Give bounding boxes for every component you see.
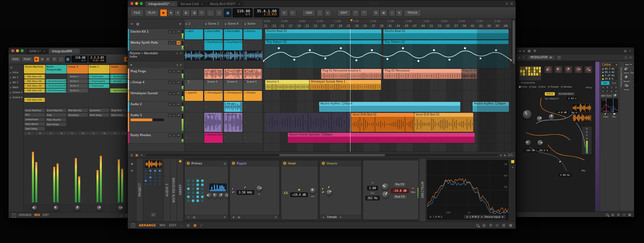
mute-button[interactable]: M xyxy=(177,41,180,45)
clip-slot[interactable] xyxy=(204,102,223,112)
clip-slot[interactable]: Vocal C xyxy=(204,113,223,132)
browser-icon[interactable]: ▤ xyxy=(611,213,614,216)
vowels-device[interactable]: Vowels ◂ Female ▸ xyxy=(320,160,361,220)
steps-icon[interactable]: ▤ xyxy=(193,216,196,219)
grid-module[interactable] xyxy=(574,66,583,74)
clip-slot[interactable]: ElectroBt0 xyxy=(224,29,243,40)
close-button[interactable] xyxy=(11,49,14,52)
record-arm-button[interactable]: ◎ xyxy=(168,133,172,137)
follow-playhead-icon[interactable]: ⇤ xyxy=(289,9,297,16)
clip-slot[interactable] xyxy=(243,40,263,51)
view-edit-button[interactable]: EDIT xyxy=(43,214,49,217)
preset-letter[interactable]: H xyxy=(614,90,618,93)
grid-icon[interactable]: ▦ xyxy=(136,22,139,26)
device-parameter-panel[interactable]: Polymer » WavetableIndex+× xyxy=(128,51,184,61)
arranger-clip[interactable]: Plug 01 Pe xyxy=(461,69,477,79)
mix-knob[interactable] xyxy=(412,187,414,189)
clip-slot[interactable]: Plug01 Percu xyxy=(204,69,223,79)
document-tab[interactable]: Integrated51*× xyxy=(145,1,177,7)
play-menu-button[interactable]: PLAY xyxy=(145,9,159,16)
list-icon[interactable]: ▤ xyxy=(238,216,240,219)
wave-option-sine[interactable]: Sine xyxy=(538,86,546,88)
arranger-clip[interactable]: Vocal Drift Bed 02 xyxy=(351,113,414,132)
track-name[interactable]: Drum Machine xyxy=(24,65,45,74)
scene-header[interactable]: ▶2 xyxy=(184,19,204,29)
pan-knob[interactable] xyxy=(75,206,80,210)
preset-letter[interactable]: B xyxy=(605,86,609,89)
preset-letter[interactable]: G xyxy=(610,90,614,93)
device-chip[interactable]: Dark Delay xyxy=(24,126,45,131)
add-button[interactable]: ADD xyxy=(302,9,315,16)
lfo-rate-value[interactable]: 1.00 xyxy=(367,186,378,190)
loop-icon[interactable]: ↻ xyxy=(198,9,205,16)
wave-thumbnail[interactable] xyxy=(184,51,204,61)
device-power-icon[interactable] xyxy=(283,162,286,165)
launcher-toggle-icon[interactable]: ≣ xyxy=(130,153,133,157)
device-parameter[interactable]: 82.7 Hz xyxy=(601,67,618,71)
clock-icon[interactable]: ◷ xyxy=(623,213,625,216)
launcher-clip[interactable]: PolyPatter02 xyxy=(204,40,223,50)
wave-option-pulse[interactable]: Pulse xyxy=(519,86,527,88)
launcher-clip[interactable]: ayanS1 xyxy=(185,91,203,101)
forward-icon[interactable]: ▸ xyxy=(523,49,525,53)
tab-close-icon[interactable]: × xyxy=(75,50,77,53)
wave-thumbnail[interactable] xyxy=(224,51,243,61)
track-name[interactable]: Berlin Firework4B1 xyxy=(46,65,67,74)
track-button[interactable]: TRACK xyxy=(404,9,421,16)
prev-icon[interactable]: ◂ xyxy=(322,216,324,219)
minimize-button[interactable] xyxy=(16,49,19,52)
clip-slot[interactable] xyxy=(184,113,204,132)
launcher-clip[interactable]: Scene 4 xyxy=(224,80,242,90)
close-button[interactable] xyxy=(130,2,133,5)
launcher-clip[interactable]: Scene 5 xyxy=(244,80,262,90)
clip-slot[interactable] xyxy=(184,132,204,143)
grid-knob[interactable] xyxy=(549,114,554,120)
howl-device[interactable]: Howl λλ +19.4 dB ◂ ▸ xyxy=(281,160,318,220)
launcher-clip[interactable]: TrashLoop1 xyxy=(89,75,109,79)
solo-button[interactable]: S xyxy=(67,131,77,135)
preset-letter-grid[interactable]: ABCDEFGH xyxy=(601,86,618,93)
wave-display[interactable] xyxy=(572,104,591,112)
db-value-1[interactable]: -4.8 dB xyxy=(555,111,568,114)
mute-button[interactable]: M xyxy=(100,131,110,135)
launcher-clip[interactable]: Neutro xyxy=(224,102,242,112)
cutoff-value[interactable]: 3.58 kHz xyxy=(237,190,254,195)
tab-project[interactable]: PROJECT xyxy=(136,158,143,221)
launcher-clip[interactable]: Himala xyxy=(244,91,262,101)
wave-icon[interactable]: ∿ xyxy=(523,56,525,59)
clip-slot[interactable]: ayanS1 xyxy=(184,91,204,101)
zoom-fit-icon[interactable]: ▸ xyxy=(500,153,502,157)
grid-knob[interactable] xyxy=(523,110,532,119)
record-arm-button[interactable]: ◎ xyxy=(168,30,172,34)
device-chip[interactable]: Drum Machine xyxy=(24,108,45,113)
pan-knob[interactable] xyxy=(54,206,58,210)
wave-option-triangle[interactable]: Triangle xyxy=(548,86,559,88)
treemonster-knob-ring[interactable]: Ring xyxy=(623,84,630,91)
loop-range-icon[interactable]: ⇆ xyxy=(281,9,288,16)
lfo-hz-value[interactable]: 262 Hz xyxy=(365,196,380,200)
mute-button[interactable]: M xyxy=(177,70,180,73)
collapse-arrow-icon[interactable]: ◂ xyxy=(512,165,514,169)
view-mix-button[interactable]: MIX xyxy=(34,214,40,217)
duplicate-icon[interactable]: ▣ xyxy=(380,9,387,16)
launcher-clip[interactable]: Scene 1 xyxy=(67,75,88,79)
solo-button[interactable]: S xyxy=(172,81,176,84)
document-tab[interactable]: DAW-1*× xyxy=(26,49,48,54)
device-power-icon[interactable] xyxy=(187,162,190,165)
arranger-toggle-icon[interactable]: ▦ xyxy=(135,153,138,157)
pan-knob[interactable] xyxy=(118,206,123,210)
wet-gain-knob[interactable] xyxy=(613,94,617,98)
grid-module[interactable] xyxy=(544,66,553,74)
help-icon[interactable]: ? xyxy=(557,56,561,59)
record-button[interactable]: ● xyxy=(45,57,51,62)
arranger-clip[interactable]: Plug 01 Percussive xyxy=(383,69,461,79)
clip-slot[interactable] xyxy=(184,40,204,51)
launcher-clip[interactable]: Scene 3 xyxy=(204,80,223,90)
info-icon[interactable]: i xyxy=(131,223,135,227)
mini-knob[interactable] xyxy=(213,193,217,198)
file-button[interactable]: FILE xyxy=(130,9,143,16)
morph-knob[interactable] xyxy=(328,186,330,188)
play-button[interactable]: ▶ xyxy=(34,57,39,62)
spectrum-display[interactable]: 100 1k 10k -30 -60 -90 A L R M S B L R M… xyxy=(427,160,509,220)
launcher-clip[interactable]: PolyPatter02 xyxy=(224,40,242,50)
